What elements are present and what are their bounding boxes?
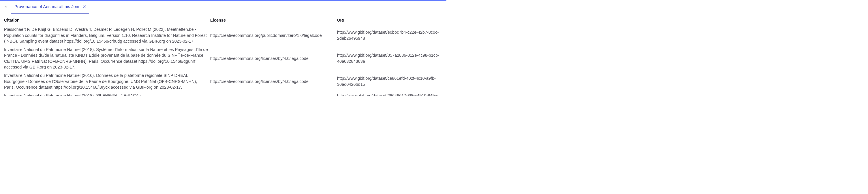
table-body: Piesschaert F, De Knijf G, Brosens D, We… — [4, 25, 442, 96]
chevron-down-icon[interactable] — [1, 5, 11, 9]
cell-license: http://creativecommons.org/publicdomain/… — [210, 33, 335, 39]
table: Citation License URI Piesschaert F, De K… — [0, 13, 446, 96]
close-icon[interactable] — [82, 5, 86, 9]
cell-license: http://creativecommons.org/licenses/by/4… — [210, 79, 335, 85]
cell-uri: http://www.gbif.org/dataset/28646617-3f8… — [337, 93, 442, 96]
table-row: Piesschaert F, De Knijf G, Brosens D, We… — [4, 25, 442, 45]
cell-citation: Piesschaert F, De Knijf G, Brosens D, We… — [4, 27, 208, 44]
cell-uri: http://www.gbif.org/dataset/057a2886-012… — [337, 52, 442, 64]
cell-license: http://creativecommons.org/licenses/by/4… — [210, 95, 335, 96]
cell-uri: http://www.gbif.org/dataset/ce861efd-402… — [337, 75, 442, 87]
table-row: Inventaire National du Patrimoine Nature… — [4, 71, 442, 91]
column-header-license[interactable]: License — [210, 18, 335, 23]
column-header-citation[interactable]: Citation — [4, 18, 208, 23]
cell-citation: Inventaire National du Patrimoine Nature… — [4, 73, 208, 90]
cell-citation: Inventaire National du Patrimoine Nature… — [4, 93, 208, 96]
cell-citation: Inventaire National du Patrimoine Nature… — [4, 47, 208, 70]
tab-provenance[interactable]: Provenance of Aeshna affinis Join — [11, 1, 89, 13]
panel: Provenance of Aeshna affinis Join Citati… — [0, 0, 446, 96]
tab-bar: Provenance of Aeshna affinis Join — [0, 1, 446, 13]
cell-license: http://creativecommons.org/licenses/by/4… — [210, 55, 335, 62]
table-row: Inventaire National du Patrimoine Nature… — [4, 45, 442, 71]
cell-uri: http://www.gbif.org/dataset/e0bbc7b4-c22… — [337, 29, 442, 41]
table-header-row: Citation License URI — [4, 18, 442, 25]
table-row: Inventaire National du Patrimoine Nature… — [4, 91, 442, 96]
tab-title: Provenance of Aeshna affinis Join — [14, 4, 79, 9]
column-header-uri[interactable]: URI — [337, 18, 442, 23]
